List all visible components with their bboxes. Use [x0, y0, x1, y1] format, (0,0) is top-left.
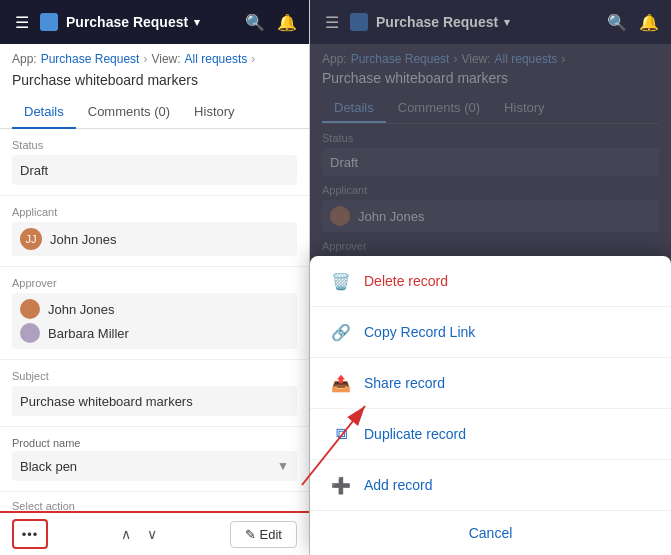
subject-value: Purchase whiteboard markers — [12, 386, 297, 416]
delete-icon: 🗑️ — [330, 270, 352, 292]
right-tabs: Details Comments (0) History — [322, 94, 659, 124]
right-breadcrumb-view: All requests — [495, 52, 558, 66]
right-content-area: App: Purchase Request › View: All reques… — [310, 44, 671, 555]
approver-row-2: Barbara Miller — [20, 323, 129, 343]
right-tab-details: Details — [322, 94, 386, 123]
breadcrumb-view-link[interactable]: All requests — [185, 52, 248, 66]
duplicate-icon: ⧉ — [330, 423, 352, 445]
app-icon — [40, 13, 58, 31]
nav-up-icon[interactable]: ∧ — [121, 526, 131, 542]
status-field: Status Draft — [0, 129, 309, 196]
applicant-value: JJ John Jones — [12, 222, 297, 256]
approver-field: Approver John Jones Barbara Miller — [0, 267, 309, 360]
right-search-icon[interactable]: 🔍 — [607, 13, 627, 32]
add-record-item[interactable]: ➕ Add record — [310, 460, 671, 511]
product-field: Product name Black pen ▼ — [0, 427, 309, 492]
right-notification-icon[interactable]: 🔔 — [639, 13, 659, 32]
share-label: Share record — [364, 375, 445, 391]
right-panel: ☰ Purchase Request ▾ 🔍 🔔 App: Purchase R… — [310, 0, 671, 555]
approver1-avatar — [20, 299, 40, 319]
copy-link-label: Copy Record Link — [364, 324, 475, 340]
breadcrumb: App: Purchase Request › View: All reques… — [0, 44, 309, 70]
action-label: Select action — [12, 500, 297, 511]
search-icon[interactable]: 🔍 — [245, 13, 265, 32]
approver-value: John Jones Barbara Miller — [12, 293, 297, 349]
right-menu-icon[interactable]: ☰ — [322, 12, 342, 32]
applicant-name: John Jones — [50, 232, 117, 247]
right-tab-comments: Comments (0) — [386, 94, 492, 123]
approver-label: Approver — [12, 277, 297, 289]
right-status-label: Status — [322, 132, 659, 144]
left-panel: ☰ Purchase Request ▾ 🔍 🔔 App: Purchase R… — [0, 0, 310, 555]
delete-record-item[interactable]: 🗑️ Delete record — [310, 256, 671, 307]
bottom-bar: ••• ∧ ∨ ✎ Edit — [0, 511, 309, 555]
approver2-name: Barbara Miller — [48, 326, 129, 341]
approver-row-1: John Jones — [20, 299, 115, 319]
product-name: Black pen — [20, 459, 77, 474]
right-applicant-name: John Jones — [358, 209, 425, 224]
breadcrumb-view-label: View: — [151, 52, 180, 66]
copy-link-item[interactable]: 🔗 Copy Record Link — [310, 307, 671, 358]
applicant-label: Applicant — [12, 206, 297, 218]
dots-icon: ••• — [22, 527, 39, 542]
left-topbar: ☰ Purchase Request ▾ 🔍 🔔 — [0, 0, 309, 44]
edit-button[interactable]: ✎ Edit — [230, 521, 297, 548]
select-arrow-icon: ▼ — [277, 459, 289, 473]
breadcrumb-app-link[interactable]: Purchase Request — [41, 52, 140, 66]
menu-icon[interactable]: ☰ — [12, 12, 32, 32]
link-icon: 🔗 — [330, 321, 352, 343]
share-record-item[interactable]: 📤 Share record — [310, 358, 671, 409]
right-breadcrumb-app: Purchase Request — [351, 52, 450, 66]
cancel-button[interactable]: Cancel — [310, 511, 671, 555]
add-icon: ➕ — [330, 474, 352, 496]
tab-history[interactable]: History — [182, 96, 246, 129]
subject-label: Subject — [12, 370, 297, 382]
product-label: Product name — [12, 437, 297, 449]
record-title: Purchase whiteboard markers — [0, 70, 309, 96]
more-actions-button[interactable]: ••• — [12, 519, 48, 549]
right-topbar-actions: 🔍 🔔 — [607, 13, 659, 32]
applicant-avatar: JJ — [20, 228, 42, 250]
content-area: Status Draft Applicant JJ John Jones App… — [0, 129, 309, 511]
approver2-avatar — [20, 323, 40, 343]
tab-comments[interactable]: Comments (0) — [76, 96, 182, 129]
right-status-value: Draft — [322, 148, 659, 176]
action-section: Select action Request — [0, 492, 309, 511]
nav-arrows: ∧ ∨ — [121, 526, 157, 542]
right-topbar: ☰ Purchase Request ▾ 🔍 🔔 — [310, 0, 671, 44]
nav-down-icon[interactable]: ∨ — [147, 526, 157, 542]
product-value[interactable]: Black pen ▼ — [12, 451, 297, 481]
right-applicant-label: Applicant — [322, 184, 659, 196]
tab-details[interactable]: Details — [12, 96, 76, 129]
breadcrumb-app-label: App: — [12, 52, 37, 66]
delete-label: Delete record — [364, 273, 448, 289]
topbar-actions: 🔍 🔔 — [245, 13, 297, 32]
status-label: Status — [12, 139, 297, 151]
right-app-title: Purchase Request ▾ — [376, 14, 599, 30]
right-app-icon — [350, 13, 368, 31]
status-value: Draft — [12, 155, 297, 185]
share-icon: 📤 — [330, 372, 352, 394]
right-record-title: Purchase whiteboard markers — [322, 70, 659, 86]
right-tab-history: History — [492, 94, 556, 123]
right-applicant-avatar — [330, 206, 350, 226]
duplicate-record-item[interactable]: ⧉ Duplicate record — [310, 409, 671, 460]
duplicate-label: Duplicate record — [364, 426, 466, 442]
context-menu: 🗑️ Delete record 🔗 Copy Record Link 📤 Sh… — [310, 256, 671, 555]
right-breadcrumb: App: Purchase Request › View: All reques… — [322, 52, 659, 66]
tabs-bar: Details Comments (0) History — [0, 96, 309, 129]
subject-field: Subject Purchase whiteboard markers — [0, 360, 309, 427]
approver1-name: John Jones — [48, 302, 115, 317]
add-label: Add record — [364, 477, 432, 493]
app-title: Purchase Request ▾ — [66, 14, 237, 30]
right-approver-label: Approver — [322, 240, 659, 252]
notification-icon[interactable]: 🔔 — [277, 13, 297, 32]
applicant-field: Applicant JJ John Jones — [0, 196, 309, 267]
right-applicant-value: John Jones — [322, 200, 659, 232]
